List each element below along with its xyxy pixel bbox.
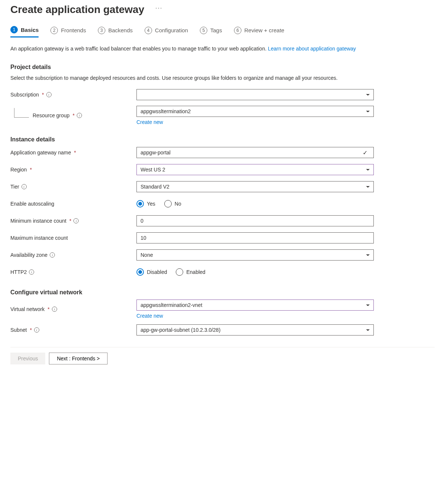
http2-label: HTTP2: [10, 269, 27, 275]
radio-circle: [176, 268, 183, 276]
max-instance-label: Maximum instance count: [10, 235, 68, 241]
required-indicator: *: [47, 306, 49, 312]
availability-zone-label: Availability zone: [10, 252, 47, 258]
gateway-name-input[interactable]: appgw-portal ✓: [136, 147, 374, 158]
tab-number: 5: [200, 27, 207, 34]
page-title: Create application gateway: [10, 4, 144, 16]
input-value: appgw-portal: [141, 150, 363, 156]
http2-disabled-radio[interactable]: Disabled: [136, 268, 167, 276]
max-instance-input[interactable]: [136, 232, 374, 243]
network-heading: Configure virtual network: [10, 289, 435, 296]
tab-label: Configuration: [155, 27, 188, 33]
tab-configuration[interactable]: 4 Configuration: [145, 26, 188, 37]
required-indicator: *: [42, 92, 44, 98]
project-details-description: Select the subscription to manage deploy…: [10, 74, 435, 82]
autoscaling-radio-group: Yes No: [136, 198, 374, 209]
http2-radio-group: Disabled Enabled: [136, 266, 374, 278]
create-new-resource-group-link[interactable]: Create new: [136, 119, 374, 125]
vnet-dropdown[interactable]: appgwssltermination2-vnet: [136, 300, 374, 311]
gateway-name-label: Application gateway name: [10, 150, 71, 156]
dropdown-value: appgwssltermination2: [141, 108, 366, 114]
info-icon[interactable]: i: [50, 252, 55, 258]
instance-details-heading: Instance details: [10, 136, 435, 143]
create-new-vnet-link[interactable]: Create new: [136, 313, 374, 319]
dropdown-value: None: [141, 252, 366, 258]
tab-label: Frontends: [61, 27, 86, 33]
min-instance-input[interactable]: [136, 215, 374, 226]
required-indicator: *: [30, 327, 32, 333]
radio-circle: [164, 200, 172, 207]
info-icon[interactable]: i: [73, 218, 79, 223]
chevron-down-icon: [366, 186, 370, 187]
chevron-down-icon: [366, 169, 370, 170]
resource-group-dropdown[interactable]: appgwssltermination2: [136, 106, 374, 117]
tab-frontends[interactable]: 2 Frontends: [50, 26, 86, 37]
info-icon[interactable]: i: [34, 327, 39, 333]
resource-group-label: Resource group: [33, 112, 70, 118]
tab-number: 6: [234, 27, 241, 34]
subnet-dropdown[interactable]: app-gw-portal-subnet (10.2.3.0/28): [136, 324, 374, 336]
tab-label: Tags: [210, 27, 222, 33]
wizard-tabs: 1 Basics 2 Frontends 3 Backends 4 Config…: [10, 26, 435, 37]
tab-label: Review + create: [244, 27, 284, 33]
vnet-label: Virtual network: [10, 306, 44, 312]
subscription-label: Subscription: [10, 92, 39, 98]
dropdown-value: app-gw-portal-subnet (10.2.3.0/28): [141, 327, 366, 333]
info-icon[interactable]: i: [52, 307, 57, 312]
subscription-dropdown[interactable]: [136, 89, 374, 100]
required-indicator: *: [74, 150, 76, 156]
chevron-down-icon: [366, 304, 370, 306]
tab-label: Backends: [108, 27, 133, 33]
chevron-down-icon: [366, 94, 370, 95]
required-indicator: *: [69, 218, 71, 224]
tab-number: 4: [145, 27, 152, 34]
intro-text-content: An application gateway is a web traffic …: [10, 46, 268, 52]
info-icon[interactable]: i: [29, 269, 34, 275]
chevron-down-icon: [366, 329, 370, 331]
chevron-down-icon: [366, 254, 370, 256]
tab-number: 1: [10, 26, 18, 33]
chevron-down-icon: [366, 111, 370, 112]
dropdown-value: West US 2: [141, 167, 366, 173]
tab-number: 3: [98, 27, 105, 34]
project-details-heading: Project details: [10, 64, 435, 71]
required-indicator: *: [30, 167, 32, 173]
previous-button: Previous: [10, 353, 45, 364]
tier-dropdown[interactable]: Standard V2: [136, 181, 374, 192]
radio-label: No: [175, 201, 181, 207]
radio-label: Yes: [147, 201, 155, 207]
more-icon[interactable]: ···: [155, 5, 162, 14]
tab-label: Basics: [21, 27, 39, 33]
info-icon[interactable]: i: [22, 184, 27, 189]
indent-connector: [14, 108, 29, 118]
radio-circle: [136, 200, 144, 207]
http2-enabled-radio[interactable]: Enabled: [176, 268, 205, 276]
footer: Previous Next : Frontends >: [10, 347, 435, 370]
autoscaling-label: Enable autoscaling: [10, 201, 54, 207]
region-dropdown[interactable]: West US 2: [136, 164, 374, 175]
availability-zone-dropdown[interactable]: None: [136, 249, 374, 261]
tab-review-create[interactable]: 6 Review + create: [234, 26, 284, 37]
region-label: Region: [10, 167, 27, 173]
subnet-label: Subnet: [10, 327, 27, 333]
radio-label: Enabled: [186, 269, 205, 275]
check-icon: ✓: [363, 149, 367, 156]
tab-basics[interactable]: 1 Basics: [10, 26, 39, 37]
dropdown-value: appgwssltermination2-vnet: [141, 302, 366, 308]
radio-label: Disabled: [147, 269, 167, 275]
tier-label: Tier: [10, 184, 19, 190]
next-button[interactable]: Next : Frontends >: [49, 353, 108, 364]
tab-tags[interactable]: 5 Tags: [200, 26, 222, 37]
tab-number: 2: [50, 27, 58, 34]
autoscaling-no-radio[interactable]: No: [164, 200, 181, 207]
learn-more-link[interactable]: Learn more about application gateway: [268, 46, 356, 52]
dropdown-value: Standard V2: [141, 184, 366, 190]
tab-backends[interactable]: 3 Backends: [98, 26, 133, 37]
info-icon[interactable]: i: [77, 113, 82, 118]
required-indicator: *: [73, 112, 75, 118]
autoscaling-yes-radio[interactable]: Yes: [136, 200, 155, 207]
info-icon[interactable]: i: [46, 92, 52, 97]
radio-circle: [136, 268, 144, 276]
min-instance-label: Minimum instance count: [10, 218, 66, 224]
intro-text: An application gateway is a web traffic …: [10, 45, 435, 53]
